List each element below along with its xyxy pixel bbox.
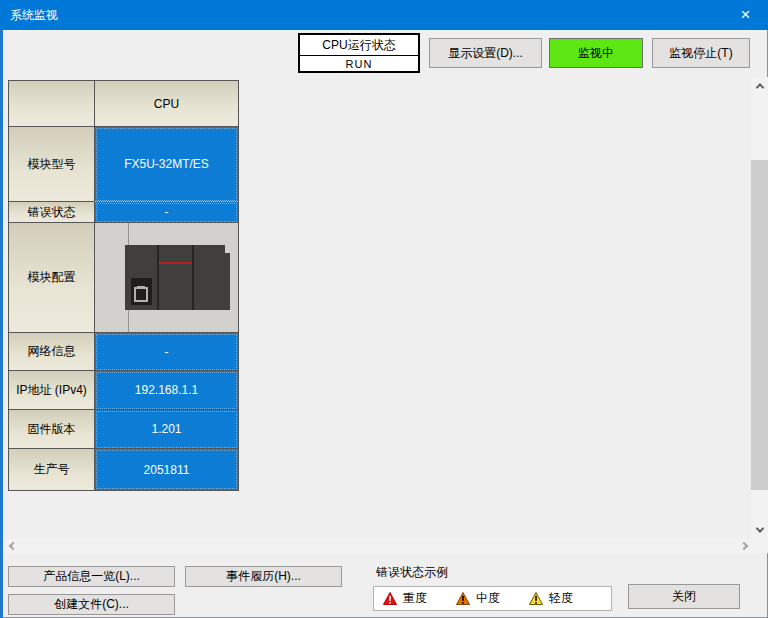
table-row: 生产号 2051811: [9, 449, 238, 490]
legend-label: 轻度: [549, 590, 573, 607]
window-left-edge: [0, 30, 3, 618]
row-label: 模块型号: [9, 127, 95, 202]
row-label: IP地址 (IPv4): [9, 371, 95, 410]
minor-error-icon: [529, 592, 543, 605]
legend-item-medium: 中度: [456, 590, 529, 607]
create-file-button[interactable]: 创建文件(C)...: [8, 594, 175, 615]
error-legend-box: 重度 中度 轻度: [373, 586, 612, 611]
row-label: 模块配置: [9, 223, 95, 333]
legend-item-minor: 轻度: [529, 590, 602, 607]
system-monitor-dialog: 系统监视 × CPU运行状态 RUN 显示设置(D)... 监视中 监视停止(T…: [0, 0, 768, 618]
row-label: 错误状态: [9, 202, 95, 223]
table-row: 错误状态 -: [9, 202, 238, 223]
row-label: 生产号: [9, 449, 95, 490]
severe-error-icon: [383, 592, 397, 605]
plc-divider: [157, 245, 159, 310]
plc-corner-notch: [225, 245, 230, 253]
monitor-stop-button[interactable]: 监视停止(T): [652, 38, 750, 68]
cpu-run-status-box: CPU运行状态 RUN: [298, 33, 420, 73]
scrollbar-corner: [751, 538, 768, 553]
table-row: 固件版本 1.201: [9, 410, 238, 449]
vertical-scrollbar[interactable]: [751, 77, 768, 538]
table-row: 网络信息 -: [9, 333, 238, 371]
module-info-table: CPU 模块型号 FX5U-32MT/ES 错误状态 - 模块配置: [8, 80, 239, 491]
table-header-row: CPU: [9, 81, 238, 127]
close-dialog-button[interactable]: 关闭: [628, 584, 740, 609]
table-row: 模块配置: [9, 223, 238, 333]
serial-number-value[interactable]: 2051811: [95, 449, 238, 490]
scrollbar-down-icon[interactable]: [751, 521, 768, 538]
row-label: 固件版本: [9, 410, 95, 449]
error-status-value[interactable]: -: [95, 202, 238, 223]
row-label: 网络信息: [9, 333, 95, 371]
cpu-run-status-label: CPU运行状态: [300, 35, 418, 56]
ip-address-value[interactable]: 192.168.1.1: [95, 371, 238, 410]
table-row: 模块型号 FX5U-32MT/ES: [9, 127, 238, 202]
product-info-list-button[interactable]: 产品信息一览(L)...: [8, 566, 175, 587]
vertical-scrollbar-thumb[interactable]: [751, 160, 768, 490]
horizontal-scrollbar[interactable]: [5, 538, 751, 553]
plc-red-stripe: [159, 262, 192, 264]
module-model-value[interactable]: FX5U-32MT/ES: [95, 127, 238, 202]
plc-unit-image: [125, 245, 230, 310]
ethernet-port-icon: [131, 278, 152, 305]
scrollbar-left-icon[interactable]: [5, 538, 20, 553]
legend-label: 中度: [476, 590, 500, 607]
cpu-run-status-value: RUN: [300, 56, 418, 71]
plc-divider: [192, 245, 194, 310]
close-icon[interactable]: ×: [723, 0, 768, 30]
error-legend-title: 错误状态示例: [376, 564, 448, 581]
header-corner-cell: [9, 81, 95, 127]
network-info-value[interactable]: -: [95, 333, 238, 371]
event-history-button[interactable]: 事件履历(H)...: [185, 566, 342, 587]
display-settings-button[interactable]: 显示设置(D)...: [429, 38, 542, 68]
scrollbar-up-icon[interactable]: [751, 77, 768, 94]
firmware-version-value[interactable]: 1.201: [95, 410, 238, 449]
medium-error-icon: [456, 592, 470, 605]
titlebar[interactable]: 系统监视 ×: [0, 0, 768, 30]
column-header-cpu[interactable]: CPU: [95, 81, 238, 127]
module-configuration-image[interactable]: [95, 223, 238, 333]
scrollbar-right-icon[interactable]: [736, 538, 751, 553]
window-title: 系统监视: [0, 7, 723, 24]
monitoring-status-button[interactable]: 监视中: [549, 38, 643, 68]
legend-label: 重度: [403, 590, 427, 607]
table-row: IP地址 (IPv4) 192.168.1.1: [9, 371, 238, 410]
legend-item-severe: 重度: [383, 590, 456, 607]
